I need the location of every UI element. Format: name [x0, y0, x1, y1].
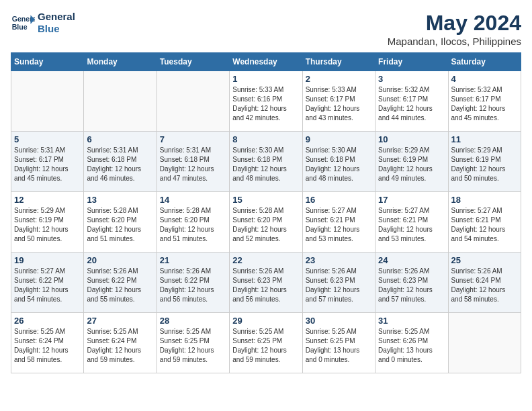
- week-row-5: 26Sunrise: 5:25 AM Sunset: 6:24 PM Dayli…: [11, 313, 521, 373]
- page-header: General Blue General Blue May 2024 Mapan…: [11, 11, 521, 47]
- day-cell: 10Sunrise: 5:29 AM Sunset: 6:19 PM Dayli…: [375, 132, 448, 192]
- day-info: Sunrise: 5:25 AM Sunset: 6:25 PM Dayligh…: [306, 327, 372, 365]
- day-number: 27: [87, 316, 153, 326]
- day-number: 20: [87, 255, 153, 265]
- day-cell: 16Sunrise: 5:27 AM Sunset: 6:21 PM Dayli…: [302, 192, 375, 253]
- day-cell: 20Sunrise: 5:26 AM Sunset: 6:22 PM Dayli…: [84, 253, 157, 313]
- day-cell: 7Sunrise: 5:31 AM Sunset: 6:18 PM Daylig…: [157, 132, 229, 192]
- day-cell: 15Sunrise: 5:28 AM Sunset: 6:20 PM Dayli…: [230, 192, 302, 253]
- day-cell: 29Sunrise: 5:25 AM Sunset: 6:25 PM Dayli…: [230, 313, 302, 373]
- day-info: Sunrise: 5:26 AM Sunset: 6:23 PM Dayligh…: [306, 267, 372, 304]
- day-info: Sunrise: 5:30 AM Sunset: 6:18 PM Dayligh…: [232, 146, 299, 183]
- day-cell: 24Sunrise: 5:26 AM Sunset: 6:23 PM Dayli…: [375, 253, 448, 313]
- logo: General Blue General Blue: [11, 11, 75, 35]
- day-number: 21: [160, 255, 226, 265]
- day-cell: [11, 71, 84, 132]
- day-cell: 19Sunrise: 5:27 AM Sunset: 6:22 PM Dayli…: [11, 253, 84, 313]
- day-info: Sunrise: 5:25 AM Sunset: 6:25 PM Dayligh…: [160, 327, 226, 365]
- header-saturday: Saturday: [448, 53, 521, 71]
- day-cell: [157, 71, 229, 132]
- day-number: 30: [306, 316, 372, 326]
- day-number: 31: [378, 316, 445, 326]
- day-cell: 9Sunrise: 5:30 AM Sunset: 6:18 PM Daylig…: [302, 132, 375, 192]
- logo-text2: Blue: [38, 23, 75, 35]
- day-info: Sunrise: 5:29 AM Sunset: 6:19 PM Dayligh…: [14, 206, 81, 244]
- day-info: Sunrise: 5:28 AM Sunset: 6:20 PM Dayligh…: [87, 206, 153, 244]
- calendar-location: Mapandan, Ilocos, Philippines: [388, 36, 521, 47]
- day-cell: 2Sunrise: 5:33 AM Sunset: 6:17 PM Daylig…: [302, 71, 375, 132]
- day-info: Sunrise: 5:26 AM Sunset: 6:23 PM Dayligh…: [378, 267, 445, 304]
- day-number: 16: [306, 195, 372, 205]
- day-info: Sunrise: 5:32 AM Sunset: 6:17 PM Dayligh…: [451, 85, 518, 123]
- day-info: Sunrise: 5:26 AM Sunset: 6:22 PM Dayligh…: [160, 267, 226, 304]
- week-row-2: 5Sunrise: 5:31 AM Sunset: 6:17 PM Daylig…: [11, 132, 521, 192]
- logo-icon: General Blue: [11, 11, 35, 35]
- day-info: Sunrise: 5:33 AM Sunset: 6:16 PM Dayligh…: [232, 85, 299, 123]
- calendar-table: SundayMondayTuesdayWednesdayThursdayFrid…: [11, 52, 521, 373]
- day-number: 29: [232, 316, 299, 326]
- day-number: 2: [306, 74, 372, 84]
- day-cell: [448, 313, 521, 373]
- day-number: 7: [160, 134, 226, 144]
- day-cell: 14Sunrise: 5:28 AM Sunset: 6:20 PM Dayli…: [157, 192, 229, 253]
- day-number: 4: [451, 74, 518, 84]
- day-cell: 23Sunrise: 5:26 AM Sunset: 6:23 PM Dayli…: [302, 253, 375, 313]
- day-info: Sunrise: 5:33 AM Sunset: 6:17 PM Dayligh…: [306, 85, 372, 123]
- day-number: 25: [451, 255, 518, 265]
- day-cell: 6Sunrise: 5:31 AM Sunset: 6:18 PM Daylig…: [84, 132, 157, 192]
- day-info: Sunrise: 5:26 AM Sunset: 6:24 PM Dayligh…: [451, 267, 518, 304]
- day-cell: 5Sunrise: 5:31 AM Sunset: 6:17 PM Daylig…: [11, 132, 84, 192]
- day-number: 23: [306, 255, 372, 265]
- day-info: Sunrise: 5:28 AM Sunset: 6:20 PM Dayligh…: [160, 206, 226, 244]
- day-number: 28: [160, 316, 226, 326]
- day-number: 22: [232, 255, 299, 265]
- day-cell: 17Sunrise: 5:27 AM Sunset: 6:21 PM Dayli…: [375, 192, 448, 253]
- day-number: 14: [160, 195, 226, 205]
- day-number: 15: [232, 195, 299, 205]
- day-info: Sunrise: 5:25 AM Sunset: 6:24 PM Dayligh…: [14, 327, 81, 365]
- day-cell: 4Sunrise: 5:32 AM Sunset: 6:17 PM Daylig…: [448, 71, 521, 132]
- day-info: Sunrise: 5:31 AM Sunset: 6:17 PM Dayligh…: [14, 146, 81, 183]
- day-info: Sunrise: 5:28 AM Sunset: 6:20 PM Dayligh…: [232, 206, 299, 244]
- day-info: Sunrise: 5:29 AM Sunset: 6:19 PM Dayligh…: [451, 146, 518, 183]
- day-cell: 25Sunrise: 5:26 AM Sunset: 6:24 PM Dayli…: [448, 253, 521, 313]
- header-tuesday: Tuesday: [157, 53, 229, 71]
- calendar-title: May 2024: [388, 11, 521, 36]
- day-number: 12: [14, 195, 81, 205]
- header-thursday: Thursday: [302, 53, 375, 71]
- day-cell: 31Sunrise: 5:25 AM Sunset: 6:26 PM Dayli…: [375, 313, 448, 373]
- header-monday: Monday: [84, 53, 157, 71]
- day-number: 26: [14, 316, 81, 326]
- day-cell: 11Sunrise: 5:29 AM Sunset: 6:19 PM Dayli…: [448, 132, 521, 192]
- day-number: 10: [378, 134, 445, 144]
- day-info: Sunrise: 5:25 AM Sunset: 6:25 PM Dayligh…: [232, 327, 299, 365]
- day-cell: 26Sunrise: 5:25 AM Sunset: 6:24 PM Dayli…: [11, 313, 84, 373]
- day-info: Sunrise: 5:26 AM Sunset: 6:22 PM Dayligh…: [87, 267, 153, 304]
- day-cell: 12Sunrise: 5:29 AM Sunset: 6:19 PM Dayli…: [11, 192, 84, 253]
- title-block: May 2024 Mapandan, Ilocos, Philippines: [388, 11, 521, 47]
- day-info: Sunrise: 5:26 AM Sunset: 6:23 PM Dayligh…: [232, 267, 299, 304]
- day-info: Sunrise: 5:29 AM Sunset: 6:19 PM Dayligh…: [378, 146, 445, 183]
- day-number: 13: [87, 195, 153, 205]
- day-number: 17: [378, 195, 445, 205]
- day-info: Sunrise: 5:27 AM Sunset: 6:22 PM Dayligh…: [14, 267, 81, 304]
- day-info: Sunrise: 5:31 AM Sunset: 6:18 PM Dayligh…: [87, 146, 153, 183]
- week-row-3: 12Sunrise: 5:29 AM Sunset: 6:19 PM Dayli…: [11, 192, 521, 253]
- day-number: 1: [232, 74, 299, 84]
- header-wednesday: Wednesday: [230, 53, 302, 71]
- day-cell: 13Sunrise: 5:28 AM Sunset: 6:20 PM Dayli…: [84, 192, 157, 253]
- day-number: 8: [232, 134, 299, 144]
- logo-text: General: [38, 11, 75, 23]
- day-number: 24: [378, 255, 445, 265]
- day-info: Sunrise: 5:32 AM Sunset: 6:17 PM Dayligh…: [378, 85, 445, 123]
- day-cell: 28Sunrise: 5:25 AM Sunset: 6:25 PM Dayli…: [157, 313, 229, 373]
- day-number: 6: [87, 134, 153, 144]
- day-cell: 22Sunrise: 5:26 AM Sunset: 6:23 PM Dayli…: [230, 253, 302, 313]
- day-number: 11: [451, 134, 518, 144]
- day-info: Sunrise: 5:30 AM Sunset: 6:18 PM Dayligh…: [306, 146, 372, 183]
- week-row-4: 19Sunrise: 5:27 AM Sunset: 6:22 PM Dayli…: [11, 253, 521, 313]
- day-number: 9: [306, 134, 372, 144]
- day-number: 19: [14, 255, 81, 265]
- day-cell: 3Sunrise: 5:32 AM Sunset: 6:17 PM Daylig…: [375, 71, 448, 132]
- day-info: Sunrise: 5:31 AM Sunset: 6:18 PM Dayligh…: [160, 146, 226, 183]
